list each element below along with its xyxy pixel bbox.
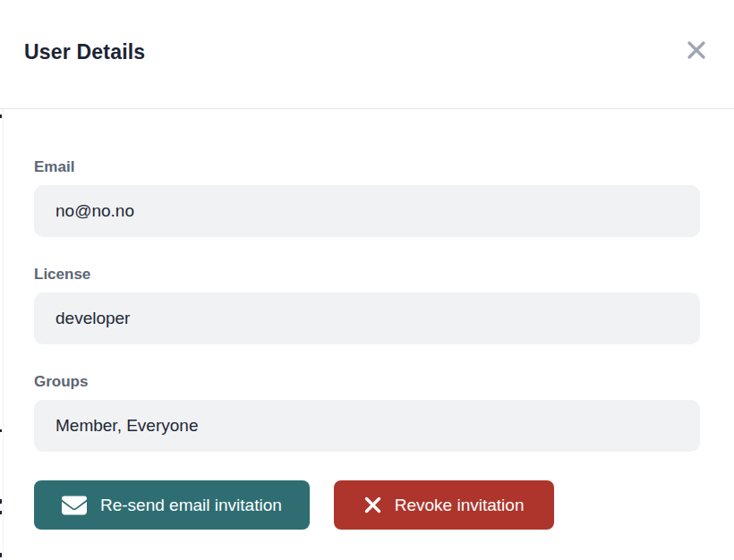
license-label: License bbox=[34, 266, 700, 284]
envelope-icon bbox=[62, 493, 87, 518]
close-button[interactable] bbox=[683, 38, 710, 64]
resend-invitation-label: Re-send email invitation bbox=[100, 496, 282, 515]
modal-header: User Details bbox=[0, 0, 734, 109]
close-icon bbox=[685, 38, 708, 64]
email-label: Email bbox=[34, 158, 700, 176]
license-field-group: License bbox=[34, 266, 700, 344]
groups-field-group: Groups bbox=[34, 373, 700, 452]
license-field[interactable] bbox=[34, 293, 700, 344]
groups-field[interactable] bbox=[34, 400, 700, 452]
background-remnant bbox=[0, 553, 2, 557]
background-remnant bbox=[0, 511, 2, 514]
page-title: User Details bbox=[24, 40, 145, 64]
revoke-invitation-label: Revoke invitation bbox=[395, 496, 525, 515]
background-remnant bbox=[0, 429, 2, 432]
revoke-invitation-button[interactable]: Revoke invitation bbox=[334, 480, 555, 530]
x-icon bbox=[364, 496, 381, 513]
background-remnant bbox=[0, 499, 2, 504]
modal-body: Email License Groups Re-send email invit… bbox=[0, 109, 734, 530]
background-remnant bbox=[0, 115, 2, 118]
user-details-modal: User Details Email License Groups bbox=[0, 0, 734, 530]
email-field[interactable] bbox=[34, 185, 700, 237]
groups-label: Groups bbox=[34, 373, 700, 391]
action-button-row: Re-send email invitation Revoke invitati… bbox=[34, 480, 700, 530]
email-field-group: Email bbox=[34, 158, 700, 237]
resend-invitation-button[interactable]: Re-send email invitation bbox=[34, 480, 310, 530]
